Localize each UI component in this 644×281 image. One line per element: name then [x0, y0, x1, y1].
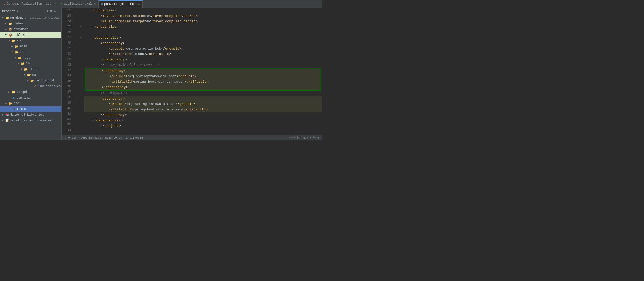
yaml-icon: ▶ [61, 2, 62, 5]
tree-mq[interactable]: ▼ 📂 mq [0, 72, 61, 78]
tree-pom-xml-publisher[interactable]: m pom.xml [0, 95, 61, 101]
tab-consumer-application[interactable]: C ConsumerApplication.java ✕ [1, 0, 58, 8]
tree-src[interactable]: ▼ 📂 src [0, 38, 61, 44]
project-panel: Project ▼ ⊕ ≡ ⚙ — ▼ 📁 mq-demo D:\DingJia… [0, 8, 62, 140]
breadcrumb: project › dependencies › dependency › ar… [65, 136, 143, 139]
tab-pom-xml[interactable]: m pom.xml (mq-demo) ✕ [99, 0, 143, 8]
tree-publisher-test[interactable]: C PublisherTest [0, 83, 61, 89]
folder-icon: 📁 [8, 22, 12, 26]
tree-root[interactable]: ▼ 📁 mq-demo D:\DingJiaxiong\IdeaProjects… [0, 15, 61, 21]
tree-label: consumer [13, 27, 29, 31]
code-line-43: </project> [84, 123, 322, 129]
folder-icon: 📂 [8, 101, 12, 106]
tree-label: target [17, 90, 28, 94]
tree-label: test [20, 50, 27, 54]
status-right: CSDN @Ding_Jiaxiong [289, 136, 319, 139]
code-line-41: </dependency> [84, 112, 322, 118]
tree-label: .idea [13, 22, 23, 25]
code-line-42: </dependencies> [84, 118, 322, 123]
tree-publisher[interactable]: ▼ 📦 publisher [0, 32, 61, 38]
tab-close-icon[interactable]: ✕ [94, 2, 96, 5]
tree-arrow: ▼ [27, 79, 30, 82]
tree-external-libs[interactable]: ▶ 📚 External Libraries [0, 112, 61, 118]
code-line-38: <dependency> [84, 96, 322, 101]
panel-header: Project ▼ ⊕ ≡ ⚙ — [0, 8, 61, 15]
folder-icon: 📂 [15, 50, 19, 54]
root-label: mq-demo [10, 16, 23, 20]
status-bar: project › dependencies › dependency › ar… [62, 135, 322, 140]
xml-file-icon: m [11, 96, 16, 100]
tree-area: ▼ 📁 mq-demo D:\DingJiaxiong\IdeaProjects… [0, 15, 61, 140]
tab-bar: C ConsumerApplication.java ✕ ▶ applicati… [0, 0, 322, 8]
java-icon: C [4, 2, 5, 5]
tree-arrow: ▶ [2, 113, 5, 116]
java-class-icon: C [33, 84, 37, 88]
tab-application-yml[interactable]: ▶ application.yml ✕ [58, 0, 99, 8]
tree-arrow: ▼ [21, 68, 24, 71]
folder-icon: 📂 [30, 79, 34, 83]
scratch-icon: 📝 [5, 118, 9, 123]
code-line-23: <maven.compiler.source>8</maven.compiler… [84, 13, 322, 19]
tree-src-root[interactable]: ▶ 📂 src [0, 101, 61, 106]
code-line-27: <dependencies> [84, 35, 322, 40]
code-line-35: <artifactId>spring-boot-starter-amqp</ar… [85, 79, 321, 85]
tree-itcast[interactable]: ▼ 📂 itcast [0, 66, 61, 72]
tree-test[interactable]: ▼ 📂 test [0, 49, 61, 55]
sync-icon[interactable]: ⊕ [47, 9, 49, 13]
tree-label: helloworld [35, 79, 54, 82]
code-line-32: <!-- AMQP依赖，包含RabbitMQ --> [84, 62, 322, 68]
tree-idea[interactable]: ▶ 📁 .idea [0, 21, 61, 26]
breadcrumb-artifact-id: artifactId [126, 136, 143, 139]
fold-gutter: − − − − − − [79, 8, 82, 135]
tree-scratches[interactable]: ▶ 📝 Scratches and Consoles [0, 118, 61, 123]
code-line-30: <artifactId>lombok</artifactId> [84, 51, 322, 57]
tree-label: publisher [13, 33, 30, 37]
tree-pom-xml-root[interactable]: m pom.xml [0, 106, 61, 112]
tree-arrow: ▶ [5, 28, 8, 31]
folder-icon: 📂 [11, 39, 16, 43]
tree-helloworld[interactable]: ▼ 📂 helloworld [0, 78, 61, 83]
gutter: ↑ ↑ ↑ [73, 8, 79, 135]
settings-icon[interactable]: ⚙ [54, 9, 56, 13]
app-window: C ConsumerApplication.java ✕ ▶ applicati… [0, 0, 322, 140]
folder-icon: 📂 [24, 67, 28, 71]
module-icon: 📦 [8, 27, 12, 31]
tree-arrow: ▼ [15, 57, 18, 59]
tree-cn[interactable]: ▼ 📂 cn [0, 61, 61, 66]
code-line-22: <properties> [84, 8, 322, 13]
folder-icon: 📂 [15, 44, 19, 48]
code-line-31: </dependency> [84, 57, 322, 62]
tab-close-icon[interactable]: ✕ [54, 2, 55, 5]
xml-file-icon: m [8, 107, 12, 111]
tab-close-icon[interactable]: ✕ [138, 3, 140, 6]
tree-java[interactable]: ▼ 📂 java [0, 55, 61, 61]
tree-arrow: ▶ [2, 119, 5, 122]
tree-arrow: ▼ [18, 62, 21, 65]
code-container: 22 23 24 25 26 27 28 29 30 31 32 33 34 3… [62, 8, 322, 135]
module-icon: 📦 [8, 33, 12, 37]
folder-icon: 📂 [21, 61, 25, 66]
tree-arrow: ▶ [5, 22, 8, 25]
code-line-26 [84, 30, 322, 35]
breadcrumb-project: project [65, 136, 77, 139]
tree-arrow: ▼ [24, 74, 27, 76]
tree-arrow: ▼ [5, 34, 8, 37]
editor-area: 22 23 24 25 26 27 28 29 30 31 32 33 34 3… [62, 8, 322, 140]
collapse-icon[interactable]: ≡ [50, 9, 52, 13]
highlight-block: <dependency> <groupId>org.springframewor… [85, 68, 321, 90]
breadcrumb-dependency: dependency [105, 136, 122, 139]
code-line-34: <groupId>org.springframework.boot</group… [85, 74, 321, 79]
code-line-24: <maven.compiler.target>8</maven.compiler… [84, 19, 322, 24]
minimize-icon[interactable]: — [57, 9, 59, 13]
tree-consumer[interactable]: ▶ 📦 consumer [0, 26, 61, 32]
code-content[interactable]: <properties> <maven.compiler.source>8</m… [82, 8, 322, 135]
tree-label: pom.xml [13, 107, 26, 111]
tree-label: PublisherTest [38, 85, 61, 88]
code-line-37: <!--单元测试--> [84, 90, 322, 96]
tree-arrow: ▶ [8, 90, 11, 94]
folder-icon: 📁 [11, 90, 16, 94]
tree-main[interactable]: ▶ 📂 main [0, 44, 61, 49]
code-line-36: </dependency> [85, 85, 321, 90]
tree-arrow: ▼ [2, 17, 5, 19]
tree-target[interactable]: ▶ 📁 target [0, 89, 61, 95]
